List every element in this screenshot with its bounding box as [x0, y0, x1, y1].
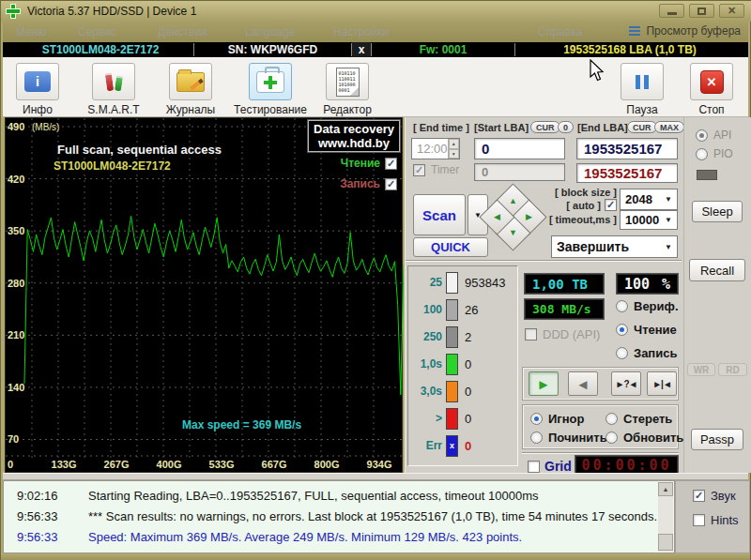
latency-block — [446, 272, 458, 294]
percent-display: 100% — [616, 273, 679, 295]
read-radio[interactable]: Чтение — [616, 323, 677, 337]
auto-checkbox[interactable]: ✓ — [605, 199, 617, 211]
end-cur-button[interactable]: CUR — [627, 121, 657, 133]
chevron-down-icon: ▼ — [665, 216, 672, 224]
write-radio[interactable]: Запись — [616, 346, 677, 360]
timeout-select[interactable]: 10000▼ — [620, 210, 678, 230]
pio-radio[interactable]: PIO — [696, 147, 733, 160]
step-button[interactable]: ►|◄ — [647, 371, 677, 396]
info-label: Инфо — [0, 103, 80, 116]
drive-firmware: Fw: 0001 — [372, 42, 514, 57]
splitter[interactable] — [3, 473, 748, 480]
svg-text:210: 210 — [8, 329, 24, 341]
sleep-button[interactable]: Sleep — [692, 201, 743, 222]
read-checkbox[interactable]: ✓ — [385, 158, 397, 170]
refresh-radio[interactable]: Обновить — [605, 431, 683, 445]
menu-item-help[interactable]: Справка — [538, 25, 582, 38]
hints-label: Hints — [711, 513, 739, 527]
passp-button[interactable]: Passp — [691, 429, 743, 450]
spin-down-icon[interactable]: ▼ — [449, 149, 459, 159]
arrow-right-icon: ▶ — [526, 213, 532, 221]
minimize-button[interactable] — [659, 4, 684, 18]
menu-bar: Меню Сервис Действия Language Настройки … — [3, 22, 748, 42]
start-zero-button[interactable]: 0 — [558, 121, 574, 133]
binary-document-icon: 010110110011 1010000001 — [336, 68, 360, 97]
timer-checkbox[interactable]: ✓ — [413, 164, 425, 176]
log-scrollbar[interactable]: ▲ — [658, 482, 673, 552]
repair-radio[interactable]: Починить — [530, 431, 607, 445]
menu-item-settings[interactable]: Настройки — [333, 25, 389, 38]
editor-button[interactable]: 010110110011 1010000001 — [326, 63, 369, 100]
mouse-cursor — [590, 59, 606, 83]
block-size-label: [ block size ] — [546, 187, 617, 198]
start-lba-secondary[interactable]: 0 — [474, 163, 565, 181]
buffer-view-button[interactable]: Просмотр буфера — [629, 24, 741, 38]
testing-button[interactable] — [249, 63, 292, 100]
bottom-border — [1, 553, 750, 560]
defect-action-group: Игнор Стереть Починить Обновить — [522, 404, 679, 449]
journals-button[interactable] — [169, 63, 212, 100]
erase-radio[interactable]: Стереть — [605, 412, 672, 426]
window-title: Victoria 5.37 HDD/SSD | Device 1 — [27, 5, 196, 18]
testing-label: Тестирование — [228, 103, 313, 116]
auto-label: [ auto ] — [566, 200, 601, 211]
play-button[interactable]: ► — [529, 371, 559, 396]
verify-radio[interactable]: Вериф. — [616, 299, 679, 313]
seek-question-button[interactable]: ►?◄ — [611, 371, 641, 396]
menu-item-service[interactable]: Сервис — [78, 25, 116, 38]
first-aid-icon — [256, 71, 284, 93]
write-checkbox[interactable]: ✓ — [385, 178, 397, 190]
block-size-select[interactable]: 2048▼ — [620, 189, 678, 210]
title-bar: Victoria 5.37 HDD/SSD | Device 1 ✕ — [1, 1, 751, 22]
ignore-radio[interactable]: Игнор — [530, 412, 585, 426]
ddd-checkbox[interactable] — [525, 328, 537, 341]
grid-checkbox[interactable] — [528, 461, 540, 473]
rewind-button[interactable]: ◄ — [568, 371, 598, 396]
restore-icon — [697, 8, 706, 15]
start-lba-label: [Start LBA] — [474, 122, 529, 133]
drive-tab-close[interactable]: x — [352, 42, 371, 57]
list-icon — [629, 26, 640, 37]
svg-text:490: 490 — [8, 121, 24, 132]
latency-block — [446, 299, 458, 321]
end-max-button[interactable]: MAX — [654, 121, 684, 133]
drive-bar: ST1000LM048-2E7172 SN: WKPW6GFD x Fw: 00… — [3, 42, 748, 57]
api-radio[interactable]: API — [696, 129, 731, 142]
restore-button[interactable] — [689, 4, 714, 18]
smart-label: S.M.A.R.T — [71, 103, 156, 116]
end-time-label: [ End time ] — [413, 122, 469, 133]
after-scan-action-select[interactable]: Завершить▼ — [551, 235, 678, 258]
info-button[interactable]: i — [16, 63, 59, 100]
end-lba-input[interactable]: 1953525167 — [576, 138, 678, 159]
sound-checkbox[interactable]: ✓ — [693, 490, 705, 502]
hints-checkbox[interactable] — [693, 514, 705, 526]
close-icon: ✕ — [728, 6, 736, 16]
drive-model[interactable]: ST1000LM048-2E7172 — [8, 42, 192, 57]
pause-button[interactable] — [621, 63, 664, 100]
wr-button[interactable]: WR — [687, 363, 715, 376]
smart-button[interactable] — [92, 63, 135, 100]
scan-button[interactable]: Scan — [413, 194, 466, 235]
menu-item-language[interactable]: Language — [245, 25, 295, 38]
svg-text:400G: 400G — [157, 459, 182, 470]
chevron-down-icon: ▼ — [665, 243, 672, 251]
menu-item-menu[interactable]: Меню — [16, 25, 46, 38]
spin-up-icon[interactable]: ▲ — [449, 139, 459, 149]
quick-button[interactable]: QUICK — [413, 237, 488, 257]
scroll-up-icon[interactable]: ▲ — [658, 482, 673, 496]
size-display: 1,00 TB — [524, 273, 605, 295]
start-lba-input[interactable]: 0 — [474, 138, 565, 159]
close-button[interactable]: ✕ — [719, 4, 744, 18]
rd-button[interactable]: RD — [718, 363, 747, 376]
svg-text:280: 280 — [8, 278, 24, 289]
timer-label: Timer — [431, 163, 459, 176]
log-side-panel: ✓ Звук Hints — [675, 480, 750, 553]
menu-item-actions[interactable]: Действия — [158, 25, 207, 38]
stop-label: Стоп — [669, 103, 751, 116]
end-lba-secondary[interactable]: 1953525167 — [576, 163, 678, 183]
scroll-thumb[interactable] — [658, 534, 673, 551]
end-time-spinner[interactable]: 12:00 ▲▼ — [411, 138, 460, 159]
recall-button[interactable]: Recall — [689, 259, 745, 281]
stop-button[interactable]: ✕ — [690, 63, 733, 100]
start-cur-button[interactable]: CUR — [530, 121, 560, 133]
